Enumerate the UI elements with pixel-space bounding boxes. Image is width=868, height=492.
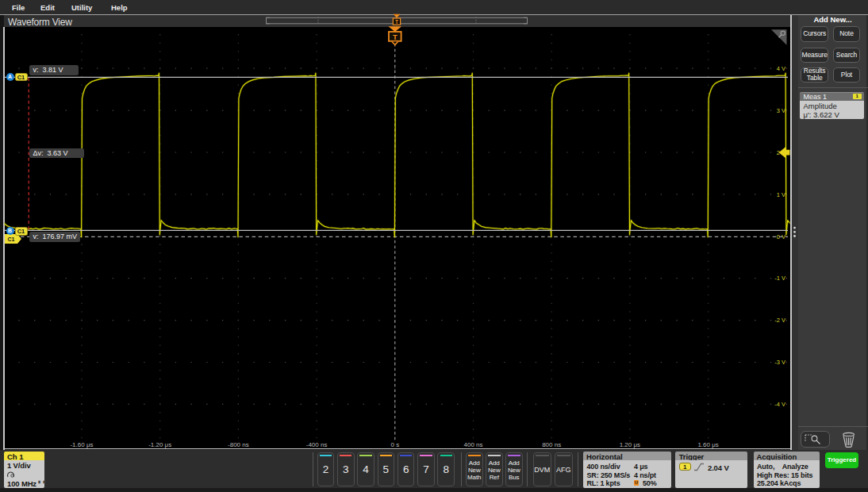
svg-text:T: T — [393, 33, 398, 41]
svg-text:C1: C1 — [8, 236, 15, 242]
svg-text:T: T — [395, 19, 398, 25]
